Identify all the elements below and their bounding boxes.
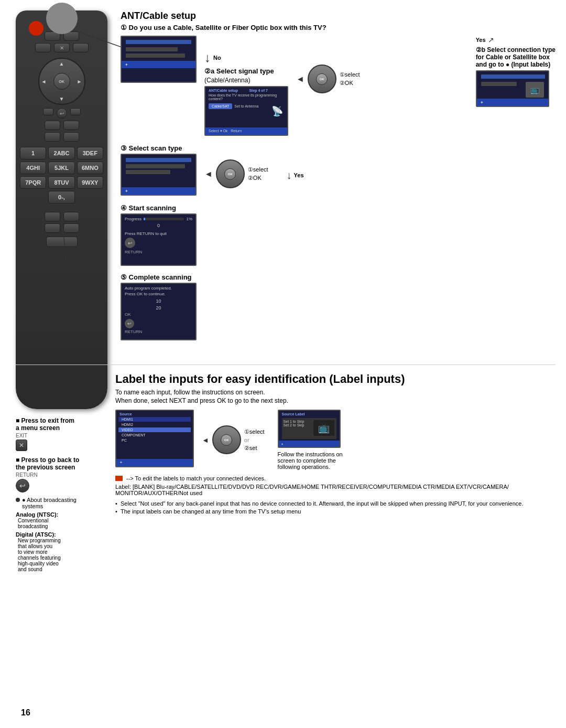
step4-title: ④ Start scanning: [121, 204, 197, 212]
remote-btn-5: [43, 108, 53, 115]
remote-num-1[interactable]: 1: [20, 147, 46, 159]
ok-confirm-1: ②OK: [340, 80, 360, 87]
remote-bottom-btn-2: [63, 212, 79, 221]
label-inputs-title: Label the inputs for easy identification…: [115, 372, 556, 386]
return-icon-step4: ↩: [125, 238, 135, 248]
digital-desc1: New programming: [16, 538, 110, 543]
note-1: Select "Not used" for any back-panel inp…: [115, 500, 556, 507]
analog-title: Analog (NTSC):: [16, 511, 110, 518]
remote-top-circle: [46, 3, 78, 34]
return-key-label: RETURN: [16, 472, 110, 478]
follow-text: Follow the instructions on screen to com…: [278, 451, 343, 470]
digital-desc3: to view more: [16, 549, 110, 555]
remote-btn-7: [70, 108, 81, 115]
left-bottom-section: ■ Press to exit from a menu screen EXIT …: [16, 417, 110, 572]
digital-title: Digital (ATSC):: [16, 531, 110, 538]
nav-circle-label: OK: [212, 425, 241, 454]
label-or-label: or: [244, 437, 265, 443]
exit-button: ✕: [16, 440, 27, 451]
select-label-1: ①select: [340, 71, 360, 78]
remote-num-4[interactable]: 4GHI: [20, 162, 46, 174]
label-screen-1: Source HDMI1 HDMI2 VIDEO COMPONENT PC ✦: [115, 410, 194, 467]
return-icon-step5: ↩: [125, 319, 134, 328]
remote-bottom-btn-1: [45, 212, 60, 221]
ant-cable-title: ANT/Cable setup: [121, 10, 556, 22]
step1-question: ① Do you use a Cable, Satellite or Fiber…: [121, 24, 556, 31]
remote-red-button: [29, 21, 43, 36]
analog-desc1: Conventional: [16, 518, 110, 523]
about-broadcast: ● About broadcasting systems Analog (NTS…: [16, 497, 110, 572]
step2b-line2: for Cable or Satellite box: [476, 53, 556, 61]
digital-desc5: high-quality video: [16, 561, 110, 566]
remote-btn-8: [45, 121, 60, 130]
step4-screen: Progress 1% 0 Press RETURN to quit ↩ RET…: [121, 213, 197, 266]
step2b-line3: and go to ● (Input labels): [476, 61, 556, 68]
exit-heading2: a menu screen: [16, 424, 110, 432]
remote-nav-ring: ▲ ▼ ◄ ► OK: [38, 58, 85, 105]
remote-bottom-btn-3: [45, 223, 60, 233]
remote-wide-btn: [46, 237, 78, 247]
step3-title: ③ Select scan type: [121, 144, 197, 152]
remote-num-7[interactable]: 7PQR: [20, 176, 46, 189]
no-label: No: [213, 55, 221, 61]
remote-num-2[interactable]: 2ABC: [48, 147, 74, 159]
digital-desc2: that allows you: [16, 543, 110, 549]
return-heading: ■ Press to go back to: [16, 456, 110, 464]
remote-control: ✕ ▲ ▼ ◄ ► OK ↩: [16, 10, 107, 409]
return-heading2: the previous screen: [16, 464, 110, 471]
remote-num-8[interactable]: 8TUV: [48, 176, 74, 189]
analog-desc2: broadcasting: [16, 523, 110, 529]
remote-btn-x: ✕: [54, 43, 70, 52]
page-number: 16: [21, 708, 30, 718]
step5-title: ⑤ Complete scanning: [121, 273, 197, 281]
red-btn-note: --> To edit the labels to match your con…: [115, 475, 556, 481]
step1-screen: ✦: [121, 36, 197, 83]
label-screen-2: Source Label 📺 Set 1 to Skip Set 2 to Sk…: [278, 410, 341, 448]
nav-circle-step2: OK: [308, 65, 336, 93]
remote-btn-3: [35, 43, 51, 52]
label-set-label: ②set: [244, 445, 265, 452]
bullet-icon: [16, 498, 20, 502]
yes-label: Yes: [476, 37, 486, 43]
remote-num-0[interactable]: 0-,: [48, 191, 74, 204]
digital-desc4: channels featuring: [16, 555, 110, 561]
return-button: ↩: [16, 479, 29, 493]
remote-bottom-btn-4: [63, 223, 79, 233]
remote-num-5[interactable]: 5JKL: [48, 162, 74, 174]
red-button-icon: [115, 476, 123, 481]
select-label-2: ①select: [248, 166, 268, 173]
label-inputs-desc2: When done, select NEXT and press OK to g…: [115, 397, 556, 404]
step2b-screen: ✦ 📺: [476, 70, 549, 107]
remote-btn-10: [45, 132, 60, 142]
step2b-title: ②b Select connection type: [476, 46, 556, 53]
remote-num-3[interactable]: 3DEF: [77, 147, 103, 159]
label-select-label: ①select: [244, 429, 265, 435]
note-2: The input labels can be changed at any t…: [115, 508, 556, 515]
step2a-title: ②a Select signal type: [204, 67, 288, 75]
exit-key-label: EXIT: [16, 433, 110, 438]
remote-btn-9: [63, 121, 79, 130]
yes-label-step3: Yes: [294, 172, 304, 178]
label-tv-image: 📺 Set 1 to Skip Set 2 to Skip: [282, 418, 336, 439]
label-list: Label: [BLANK] Blu-ray/CABLE/SATELLITE/D…: [115, 484, 556, 496]
remote-num-6[interactable]: 6MNO: [77, 162, 103, 174]
remote-btn-6: ↩: [57, 108, 67, 119]
step5-screen: Auto program completed. Press OK to cont…: [121, 283, 197, 340]
ok-confirm-2: ②OK: [248, 175, 268, 181]
step3-screen: ✦: [121, 154, 197, 196]
exit-heading: ■ Press to exit from: [16, 417, 110, 424]
remote-num-9[interactable]: 9WXY: [77, 176, 103, 189]
divider-line: [16, 365, 556, 365]
remote-ok-button[interactable]: OK: [53, 73, 70, 90]
nav-circle-step3: OK: [216, 159, 245, 188]
label-inputs-desc1: To name each input, follow the instructi…: [115, 389, 556, 396]
remote-btn-11: [63, 132, 79, 142]
digital-desc6: and sound: [16, 566, 110, 572]
press-return-quit: Press RETURN to quit: [122, 229, 195, 237]
step2a-screen: ANT/Cable setup Step 4 of 7 How does the…: [204, 86, 288, 136]
remote-btn-4: [73, 43, 89, 52]
label-inputs-section: Label the inputs for easy identification…: [115, 372, 556, 516]
step2a-subtitle: (Cable/Antenna): [204, 77, 288, 84]
